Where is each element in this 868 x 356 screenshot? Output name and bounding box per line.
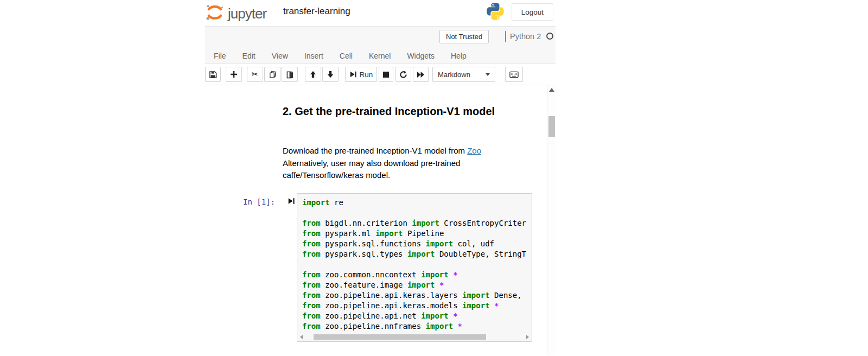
stop-icon — [382, 71, 390, 78]
code-line: from zoo.pipeline.api.net import * — [302, 311, 532, 321]
toolbar: ✂ — [205, 64, 556, 85]
logout-button[interactable]: Logout — [512, 3, 553, 21]
notebook-vertical-scrollbar[interactable] — [547, 85, 556, 355]
scroll-up-arrow-icon[interactable] — [549, 88, 554, 92]
run-cell-button[interactable]: Run — [345, 67, 377, 82]
menu-edit[interactable]: Edit — [242, 52, 256, 60]
interrupt-kernel-button[interactable] — [379, 67, 393, 82]
command-palette-button[interactable] — [505, 67, 523, 82]
notebook-container: 2. Get the pre-trained Inception-V1 mode… — [205, 85, 556, 355]
horizontal-scrollbar-thumb[interactable] — [314, 334, 486, 340]
jupyter-app: jupyter transfer-learning Logout Not Tru… — [205, 0, 556, 356]
code-cell-input[interactable]: import re from bigdl.nn.criterion import… — [297, 193, 532, 342]
kernel-idle-circle-icon — [546, 33, 553, 40]
code-line: from zoo.pipeline.api.keras.layers impor… — [302, 290, 532, 301]
move-cell-down-button[interactable] — [322, 67, 339, 82]
code-line: import re — [302, 198, 532, 208]
restart-kernel-button[interactable] — [395, 67, 411, 82]
restart-kernel-icon — [399, 71, 407, 79]
insert-cell-below-button[interactable] — [226, 67, 242, 82]
restart-run-all-button[interactable] — [413, 67, 429, 82]
code-horizontal-scrollbar[interactable] — [298, 333, 531, 341]
code-line — [302, 208, 532, 218]
notebook-title[interactable]: transfer-learning — [283, 6, 350, 17]
cell-type-value: Markdown — [438, 71, 470, 79]
copy-cell-button[interactable] — [264, 67, 280, 82]
command-palette-keyboard-icon — [509, 71, 519, 78]
menu-view[interactable]: View — [272, 52, 288, 60]
code-line: from zoo.pipeline.nnframes import * — [302, 321, 532, 332]
menu-cell[interactable]: Cell — [340, 52, 353, 60]
code-line: from bigdl.nn.criterion import CrossEntr… — [302, 218, 532, 228]
fast-forward-icon — [417, 71, 425, 78]
code-line: from zoo.common.nncontext import * — [302, 270, 532, 280]
move-down-icon — [327, 71, 334, 78]
header: jupyter transfer-learning Logout — [205, 0, 556, 26]
page: jupyter transfer-learning Logout Not Tru… — [0, 0, 868, 356]
scroll-left-arrow-icon[interactable] — [300, 335, 303, 339]
run-button-label: Run — [360, 71, 373, 79]
menu-widgets[interactable]: Widgets — [407, 52, 435, 60]
trust-status-button[interactable]: Not Trusted — [439, 30, 489, 43]
chevron-down-icon — [486, 73, 490, 76]
code-line: from zoo.pipeline.api.keras.models impor… — [302, 301, 532, 311]
cut-icon: ✂ — [252, 71, 259, 79]
code-line — [302, 259, 532, 270]
cut-cell-button[interactable]: ✂ — [247, 67, 263, 82]
menu-file[interactable]: File — [214, 52, 226, 60]
cell-type-dropdown[interactable]: Markdown — [432, 67, 495, 82]
input-prompt: In [1]: — [243, 198, 275, 206]
move-up-icon — [309, 71, 317, 78]
code-line: from zoo.feature.image import * — [302, 280, 532, 290]
paste-cell-button[interactable] — [282, 67, 298, 82]
move-cell-up-button[interactable] — [305, 67, 321, 82]
code-line: from pyspark.sql.types import DoubleType… — [302, 249, 532, 259]
kernel-name: Python 2 — [510, 32, 541, 41]
python-kernel-logo-icon — [486, 2, 505, 21]
vertical-scrollbar-thumb[interactable] — [548, 116, 555, 137]
paragraph-text: Alternatively, user may also download pr… — [283, 158, 460, 180]
zoo-link[interactable]: Zoo — [467, 146, 481, 155]
copy-icon — [269, 71, 277, 79]
code-area: import re from bigdl.nn.criterion import… — [302, 198, 532, 332]
save-button[interactable] — [205, 67, 221, 82]
menu-help[interactable]: Help — [451, 52, 467, 60]
add-cell-icon — [230, 71, 238, 78]
menubar: File Edit View Insert Cell Kernel Widget… — [214, 47, 467, 65]
scroll-right-arrow-icon[interactable] — [526, 335, 529, 339]
markdown-heading[interactable]: 2. Get the pre-trained Inception-V1 mode… — [283, 106, 500, 117]
code-line: from pyspark.ml import Pipeline — [302, 228, 532, 239]
code-line: from pyspark.sql.functions import col, u… — [302, 239, 532, 249]
paste-icon — [286, 71, 294, 79]
menu-band: Not Trusted Python 2 File Edit View Inse… — [205, 26, 556, 64]
menu-insert[interactable]: Insert — [304, 52, 323, 60]
run-this-cell-icon[interactable] — [288, 197, 295, 207]
jupyter-logo[interactable]: jupyter — [205, 3, 266, 24]
menu-kernel[interactable]: Kernel — [369, 52, 391, 60]
markdown-paragraph[interactable]: Download the pre-trained Inception-V1 mo… — [283, 145, 500, 182]
run-icon — [349, 71, 357, 78]
save-icon — [209, 71, 217, 79]
jupyter-planet-icon — [205, 3, 225, 24]
paragraph-text: Download the pre-trained Inception-V1 mo… — [283, 146, 467, 155]
kernel-separator — [505, 31, 506, 42]
jupyter-wordmark: jupyter — [228, 5, 266, 22]
